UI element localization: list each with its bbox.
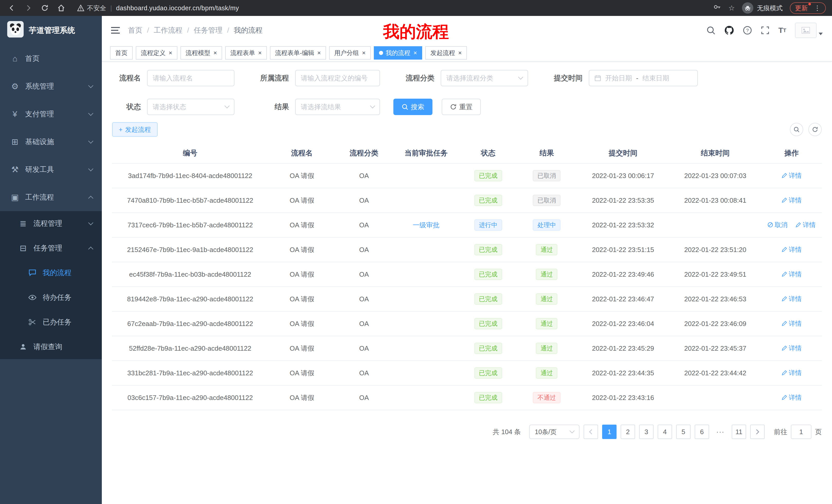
end-date[interactable]: 结束日期 <box>643 74 669 83</box>
page-button[interactable]: 11 <box>732 425 746 439</box>
sidebar-item-task-mgmt[interactable]: ⊟ 任务管理 <box>0 236 102 260</box>
sidebar-item-workflow[interactable]: ▣ 工作流程 <box>0 184 102 211</box>
forward-icon[interactable] <box>23 2 34 13</box>
reset-button[interactable]: 重置 <box>442 99 481 115</box>
detail-link[interactable]: 详情 <box>782 245 802 254</box>
close-icon[interactable]: × <box>317 50 321 56</box>
github-icon[interactable] <box>724 25 734 35</box>
detail-link[interactable]: 详情 <box>782 196 802 204</box>
page-button[interactable]: ··· <box>713 425 728 439</box>
bookmark-star-icon[interactable]: ☆ <box>728 4 735 12</box>
sidebar-item-payment[interactable]: ¥ 支付管理 <box>0 100 102 128</box>
fullscreen-icon[interactable] <box>761 26 770 35</box>
category-select[interactable]: 请选择流程分类 <box>441 70 528 86</box>
cell-submit-time: 2022-01-23 00:06:17 <box>577 163 669 188</box>
detail-link[interactable]: 详情 <box>782 171 802 180</box>
page-size-select[interactable]: 10条/页 <box>529 425 579 439</box>
page-button[interactable]: 3 <box>639 425 654 439</box>
close-icon[interactable]: × <box>413 50 417 56</box>
breadcrumb-workflow[interactable]: 工作流程 <box>154 25 183 35</box>
status-select[interactable]: 请选择状态 <box>147 99 234 115</box>
process-table: 编号 流程名 流程分类 当前审批任务 状态 结果 提交时间 结束时间 操作 <box>112 143 822 410</box>
chevron-down-icon <box>88 166 93 171</box>
sidebar-item-home[interactable]: ⌂ 首页 <box>0 45 102 73</box>
page-button[interactable]: 5 <box>676 425 691 439</box>
tab[interactable]: 发起流程 × <box>425 46 467 60</box>
back-icon[interactable] <box>6 2 18 13</box>
detail-link[interactable]: 详情 <box>782 319 802 328</box>
result-select[interactable]: 请选择流结果 <box>295 99 380 115</box>
sidebar-item-infrastructure[interactable]: ⊞ 基础设施 <box>0 128 102 156</box>
detail-link[interactable]: 详情 <box>782 270 802 278</box>
close-icon[interactable]: × <box>169 50 172 56</box>
close-icon[interactable]: × <box>213 50 217 56</box>
breadcrumb-home[interactable]: 首页 <box>128 25 142 35</box>
sidebar-item-my-process[interactable]: 我的流程 <box>0 260 102 285</box>
result-label: 结果 <box>248 102 295 112</box>
menu-kebab-icon[interactable]: ⋮ <box>812 4 821 12</box>
update-button[interactable]: 更新 ⋮ <box>790 2 826 14</box>
status-label: 状态 <box>112 102 147 112</box>
start-date[interactable]: 开始日期 <box>605 74 632 83</box>
result-badge: 处理中 <box>533 219 561 231</box>
cell-submit-time: 2022-01-22 23:51:15 <box>577 237 669 262</box>
page-button[interactable]: 4 <box>658 425 672 439</box>
prev-page-button[interactable] <box>583 425 598 439</box>
detail-link[interactable]: 详情 <box>782 344 802 353</box>
page-button[interactable]: 1 <box>602 425 617 439</box>
home-nav-icon[interactable] <box>55 2 67 13</box>
tab[interactable]: 流程表单 × <box>225 46 267 60</box>
cancel-link[interactable]: 取消 <box>768 221 787 229</box>
sidebar-item-done-tasks[interactable]: 已办任务 <box>0 310 102 334</box>
password-key-icon[interactable] <box>713 3 721 13</box>
tab[interactable]: 用户分组 × <box>329 46 371 60</box>
tab[interactable]: 流程表单-编辑 × <box>270 46 326 60</box>
process-definition-input[interactable] <box>295 70 380 86</box>
sidebar-item-process-mgmt[interactable]: ≣ 流程管理 <box>0 211 102 236</box>
close-icon[interactable]: × <box>458 50 462 56</box>
show-search-button[interactable] <box>790 123 803 136</box>
detail-link[interactable]: 详情 <box>782 393 802 402</box>
refresh-table-button[interactable] <box>808 123 822 136</box>
address-bar[interactable]: 不安全 | dashboard.yudao.iocoder.cn/bpm/tas… <box>77 4 708 12</box>
col-end-time: 结束时间 <box>669 143 761 163</box>
url-text[interactable]: dashboard.yudao.iocoder.cn/bpm/task/my <box>116 4 239 12</box>
sidebar-item-leave-query[interactable]: 请假查询 <box>0 334 102 359</box>
create-process-button[interactable]: + 发起流程 <box>112 122 158 137</box>
sidebar-item-devtools[interactable]: ⚒ 研发工具 <box>0 156 102 184</box>
detail-link[interactable]: 详情 <box>782 369 802 377</box>
avatar[interactable] <box>795 23 823 38</box>
tab-label: 流程模型 <box>186 49 210 57</box>
detail-link[interactable]: 详情 <box>782 295 802 303</box>
detail-link[interactable]: 详情 <box>796 221 815 229</box>
reload-icon[interactable] <box>39 2 50 13</box>
process-name-input[interactable] <box>147 70 234 86</box>
page-button[interactable]: 6 <box>695 425 709 439</box>
search-icon[interactable] <box>706 26 716 35</box>
calendar-icon <box>594 75 601 81</box>
date-range-picker[interactable]: 开始日期 - 结束日期 <box>589 70 698 86</box>
page-button[interactable]: 2 <box>621 425 635 439</box>
hamburger-icon[interactable] <box>111 27 120 34</box>
security-warning[interactable]: 不安全 <box>77 4 106 12</box>
tab[interactable]: 首页 × <box>110 46 133 60</box>
tab[interactable]: 我的流程 × <box>374 46 422 60</box>
page-content: 流程名 所属流程 流程分类 请选择流程分类 提交时间 <box>102 62 832 439</box>
help-icon[interactable]: ? <box>743 26 752 35</box>
sidebar-item-system[interactable]: ⚙ 系统管理 <box>0 73 102 100</box>
sidebar-item-todo-tasks[interactable]: 待办任务 <box>0 285 102 310</box>
result-badge: 通过 <box>536 293 557 305</box>
goto-page-input[interactable] <box>791 425 811 439</box>
cell-id: 7470a810-7b9b-11ec-b5b7-acde48001122 <box>112 188 268 213</box>
close-icon[interactable]: × <box>258 50 262 56</box>
tab[interactable]: 流程定义 × <box>136 46 177 60</box>
approval-task-link[interactable]: 一级审批 <box>413 221 439 229</box>
status-badge: 已完成 <box>474 269 502 280</box>
next-page-button[interactable] <box>750 425 765 439</box>
search-button[interactable]: 搜索 <box>393 99 433 115</box>
font-size-icon[interactable]: TT <box>778 26 786 34</box>
tab[interactable]: 流程模型 × <box>181 46 222 60</box>
cell-task <box>392 262 460 287</box>
close-icon[interactable]: × <box>362 50 366 56</box>
breadcrumb-task-mgmt[interactable]: 任务管理 <box>194 25 223 35</box>
